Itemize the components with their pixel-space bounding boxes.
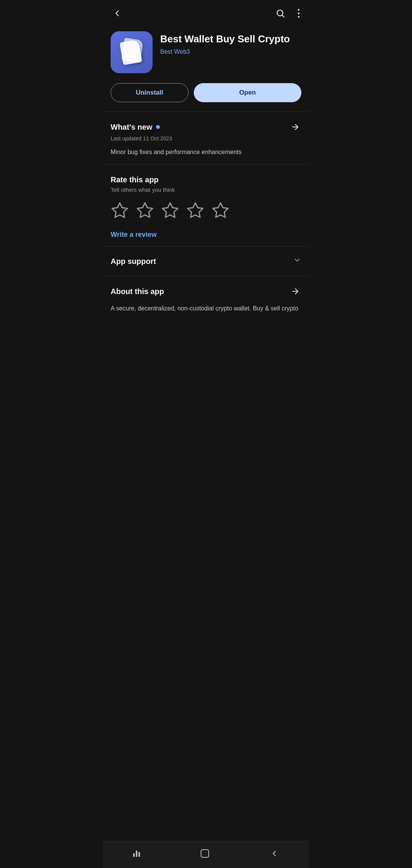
uninstall-button[interactable]: Uninstall	[111, 83, 188, 102]
svg-marker-9	[188, 203, 203, 217]
app-icon	[111, 31, 153, 73]
star-4-button[interactable]	[186, 201, 204, 221]
more-options-button[interactable]	[296, 7, 301, 20]
app-support-title: App support	[111, 257, 156, 266]
svg-marker-10	[213, 203, 228, 217]
star-1-button[interactable]	[111, 201, 129, 221]
app-support-section[interactable]: App support	[103, 246, 309, 276]
svg-marker-6	[112, 203, 127, 217]
app-header: Best Wallet Buy Sell Crypto Best Web3	[103, 24, 309, 79]
svg-point-4	[298, 16, 300, 18]
top-bar-actions	[274, 7, 301, 20]
action-buttons: Uninstall Open	[103, 79, 309, 111]
search-button[interactable]	[274, 7, 287, 20]
write-review-button[interactable]: Write a review	[111, 231, 157, 239]
whats-new-title: What's new	[111, 123, 152, 132]
star-2-button[interactable]	[136, 201, 154, 221]
home-icon	[201, 849, 209, 858]
about-arrow-button[interactable]	[289, 285, 301, 297]
app-info: Best Wallet Buy Sell Crypto Best Web3	[160, 31, 301, 55]
svg-marker-8	[163, 203, 178, 217]
whats-new-section: What's new Last updated 11 Oct 2023 Mino…	[103, 112, 309, 164]
svg-point-2	[298, 9, 300, 11]
whats-new-header: What's new	[111, 121, 301, 133]
chevron-down-icon	[293, 256, 301, 267]
svg-line-1	[282, 15, 284, 17]
recent-apps-icon	[133, 850, 140, 857]
rate-title: Rate this app	[111, 175, 301, 184]
back-nav-icon	[270, 849, 279, 858]
about-title: About this app	[111, 287, 164, 296]
about-description: A secure, decentralized, non-custodial c…	[111, 304, 301, 313]
home-button[interactable]	[193, 847, 217, 860]
recent-apps-button[interactable]	[126, 848, 148, 859]
whats-new-title-row: What's new	[111, 123, 160, 132]
app-title: Best Wallet Buy Sell Crypto	[160, 33, 301, 45]
about-header: About this app	[111, 285, 301, 297]
whats-new-description: Minor bug fixes and performance enhancem…	[111, 148, 301, 157]
top-bar	[103, 0, 309, 24]
svg-point-3	[298, 13, 300, 14]
bottom-nav	[103, 841, 309, 868]
svg-marker-7	[137, 203, 153, 217]
whats-new-arrow[interactable]	[289, 121, 301, 133]
about-section: About this app A secure, decentralized, …	[103, 276, 309, 321]
open-button[interactable]: Open	[194, 83, 301, 102]
rate-subtitle: Tell others what you think	[111, 186, 301, 193]
back-nav-button[interactable]	[262, 847, 286, 860]
app-developer: Best Web3	[160, 48, 301, 55]
star-3-button[interactable]	[161, 201, 179, 221]
rate-section: Rate this app Tell others what you think	[103, 165, 309, 246]
new-indicator-dot	[156, 125, 160, 129]
whats-new-date: Last updated 11 Oct 2023	[111, 135, 301, 141]
stars-row	[111, 201, 301, 221]
back-button[interactable]	[111, 7, 124, 20]
bottom-padding	[103, 321, 309, 352]
star-5-button[interactable]	[211, 201, 230, 221]
